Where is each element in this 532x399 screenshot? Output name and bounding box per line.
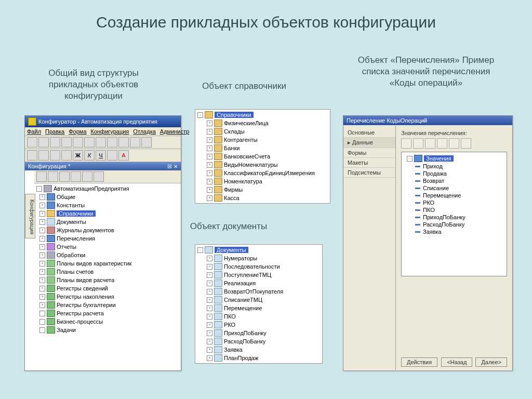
tabs-left[interactable]: ОсновныеДанныеФормыМакетыПодсистемы <box>343 126 396 370</box>
tree-item[interactable]: +Планы видов расчета <box>38 276 180 284</box>
tree-item[interactable]: +КлассификаторЕдиницИзмерения <box>206 169 329 177</box>
app-icon <box>28 117 36 126</box>
caption-2: Объект справочники <box>197 81 291 92</box>
tree-item[interactable]: Списание <box>414 184 504 192</box>
tree-item[interactable]: +Склады <box>206 127 329 136</box>
close-icon[interactable]: ☒ ✕ <box>167 164 178 169</box>
configurator-window: Конфигуратор - Автоматизация предприятия… <box>24 115 181 371</box>
tab-item[interactable]: Данные <box>343 138 395 148</box>
tree-item[interactable]: +Последовательности <box>206 262 321 271</box>
tree-item[interactable]: Возврат <box>414 177 504 184</box>
tree-documents[interactable]: -Документы+Нумераторы+Последовательности… <box>195 244 323 364</box>
tab-item[interactable]: Формы <box>343 148 395 158</box>
tree-item[interactable]: Перемещение <box>414 192 504 199</box>
toolbar-2[interactable]: ЖКЧА <box>25 149 181 162</box>
tree-item[interactable]: +РасходПоБанку <box>206 337 321 345</box>
tree-item[interactable]: РасходПоБанку <box>414 221 504 228</box>
tree-item[interactable]: +Перемещение <box>206 304 321 312</box>
tree-item[interactable]: +Банки <box>206 144 329 152</box>
tree-root[interactable]: -АвтоматизацияПредприятия <box>35 184 180 193</box>
menu-form[interactable]: Форма <box>69 128 86 135</box>
toolbar-3[interactable] <box>34 170 181 183</box>
tree-item[interactable]: +Справочники <box>38 209 180 218</box>
tree-catalogs[interactable]: -Справочники+ФизическиеЛица+Склады+Контр… <box>195 109 330 204</box>
tree-item[interactable]: +Отчеты <box>38 243 180 251</box>
tree-item[interactable]: +Планы счетов <box>38 268 180 276</box>
tree-item[interactable]: +Заявка <box>206 345 321 354</box>
tree-item[interactable]: Бизнес-процессы <box>38 317 180 326</box>
tree-item[interactable]: +Планы видов характеристик <box>38 259 180 268</box>
tree-root[interactable]: -Значения <box>406 154 504 163</box>
tree-item[interactable]: +ПКО <box>206 312 321 321</box>
tree-item[interactable]: +Реализация <box>206 279 321 287</box>
menu-debug[interactable]: Отладка <box>133 128 155 135</box>
slide-title: Создание прикладных объектов конфигураци… <box>0 0 532 32</box>
window-titlebar[interactable]: Конфигуратор - Автоматизация предприятия <box>25 116 181 127</box>
tree-item[interactable]: +Регистры бухгалтерии <box>38 301 180 309</box>
tree-item[interactable]: +Контрагенты <box>206 136 329 144</box>
tree-item[interactable]: +Общие <box>38 193 180 201</box>
caption-3: Объект документы <box>182 221 275 232</box>
enum-values-label: Значения перечисления: <box>401 130 507 136</box>
tree-item[interactable]: Регистры расчета <box>38 309 180 317</box>
config-tree[interactable]: -АвтоматизацияПредприятия+Общие+Констант… <box>34 183 181 335</box>
tree-item[interactable]: +СписаниеТМЦ <box>206 296 321 304</box>
tree-item[interactable]: Задачи <box>38 326 180 334</box>
tree-item[interactable]: +ПриходПоБанку <box>206 329 321 337</box>
enum-tree[interactable]: -ЗначенияПриходПродажаВозвратСписаниеПер… <box>401 152 507 276</box>
tree-item[interactable]: Заявка <box>414 228 504 235</box>
tree-item[interactable]: +ВидыНоменклатуры <box>206 161 329 169</box>
tree-item[interactable]: ПКО <box>414 206 504 214</box>
caption-4: Объект «Перечисления» Пример списка знач… <box>348 55 504 89</box>
tab-item[interactable]: Макеты <box>343 158 395 168</box>
enum-titlebar[interactable]: Перечисление КодыОпераций <box>343 116 512 125</box>
tree-item[interactable]: Продажа <box>414 170 504 177</box>
tree-item[interactable]: Приход <box>414 163 504 170</box>
tree-item[interactable]: +Регистры накопления <box>38 292 180 301</box>
enum-title: Перечисление КодыОпераций <box>347 117 427 124</box>
tree-item[interactable]: +Обработки <box>38 251 180 259</box>
tree-item[interactable]: +БанковскиеСчета <box>206 152 329 161</box>
tree-item[interactable]: +ФизическиеЛица <box>206 119 329 127</box>
menu-file[interactable]: Файл <box>27 128 41 135</box>
config-pane-title[interactable]: Конфигурация * ☒ ✕ <box>25 162 181 170</box>
tree-item[interactable]: +РКО <box>206 321 321 329</box>
tree-item[interactable]: +ПланПродаж <box>206 354 321 362</box>
tree-item[interactable]: +Журналы документов <box>38 226 180 234</box>
tree-item[interactable]: +Касса <box>206 194 329 202</box>
menu-admin[interactable]: Администр <box>160 128 189 135</box>
tree-item[interactable]: +Нумераторы <box>206 254 321 262</box>
tree-item[interactable]: +Фирмы <box>206 185 329 194</box>
window-title: Конфигуратор - Автоматизация предприятия <box>38 118 157 125</box>
tree-item[interactable]: +Перечисления <box>38 234 180 243</box>
next-button[interactable]: Далее> <box>475 357 507 367</box>
tree-item[interactable]: РКО <box>414 199 504 206</box>
tree-item[interactable]: +ВозвратОтПокупателя <box>206 287 321 296</box>
enum-toolbar[interactable] <box>401 138 507 149</box>
back-button[interactable]: <Назад <box>441 357 472 367</box>
tree-item[interactable]: +Номенклатура <box>206 177 329 185</box>
caption-1: Общий вид структуры прикладных объектов … <box>36 68 151 102</box>
toolbar-1[interactable] <box>25 136 181 149</box>
enumeration-window: Перечисление КодыОпераций ОсновныеДанные… <box>343 115 513 371</box>
tree-root[interactable]: -Документы <box>196 246 321 254</box>
tree-root[interactable]: -Справочники <box>196 111 329 119</box>
menu-config[interactable]: Конфигурация <box>91 128 129 135</box>
menubar[interactable]: ФайлПравкаФормаКонфигурацияОтладкаАдмини… <box>25 127 181 136</box>
actions-button[interactable]: Действия <box>401 357 437 367</box>
tree-item[interactable]: ПриходПоБанку <box>414 214 504 221</box>
tree-item[interactable]: +Регистры сведений <box>38 284 180 292</box>
menu-edit[interactable]: Правка <box>45 128 64 135</box>
tab-item[interactable]: Основные <box>343 128 395 138</box>
tree-item[interactable]: +Константы <box>38 201 180 209</box>
sidebar-tab[interactable]: Конфигурация <box>25 194 35 238</box>
tree-item[interactable]: +ПоступлениеТМЦ <box>206 271 321 279</box>
tree-item[interactable]: +Документы <box>38 218 180 226</box>
tab-item[interactable]: Подсистемы <box>343 168 395 178</box>
